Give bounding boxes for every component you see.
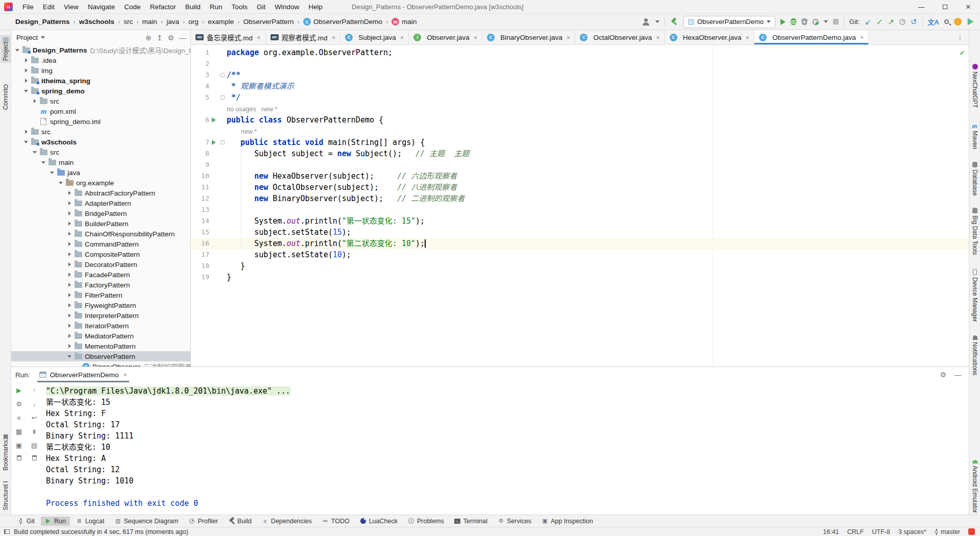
chevron-right-icon[interactable] — [66, 323, 72, 329]
tool-window-button-logcat[interactable]: ≣Logcat — [72, 517, 109, 526]
translate-icon[interactable]: 文A — [928, 17, 939, 27]
tree-row[interactable]: BuilderPattern — [11, 218, 190, 229]
tool-window-switcher-icon[interactable] — [4, 529, 10, 534]
settings-wrench-icon[interactable]: ⚙ — [16, 400, 22, 408]
tool-window-button-problems[interactable]: !Problems — [404, 517, 448, 526]
hide-panel-icon[interactable]: — — [179, 34, 186, 42]
tree-row[interactable]: java — [11, 167, 190, 178]
gear-icon[interactable]: ⚙ — [940, 371, 946, 379]
tool-window-button-services[interactable]: ⚙Services — [494, 517, 535, 526]
chevron-down-icon[interactable] — [66, 353, 72, 359]
breadcrumb-item[interactable]: main — [142, 18, 157, 26]
gear-icon[interactable]: ⚙ — [167, 34, 174, 42]
tree-row[interactable]: BridgePattern — [11, 208, 190, 218]
breadcrumb-item[interactable]: example — [208, 18, 234, 26]
gutter-line-number[interactable]: 17 — [191, 249, 209, 260]
inspections-ok-icon[interactable]: ✔ — [960, 49, 965, 57]
gutter-line-number[interactable]: 13 — [191, 204, 209, 215]
fold-gutter[interactable] — [218, 92, 227, 103]
status-widget-master[interactable]: master — [935, 528, 960, 535]
chevron-right-icon[interactable] — [66, 343, 72, 349]
fold-gutter[interactable] — [218, 69, 227, 81]
gutter-line-number[interactable]: 14 — [191, 215, 209, 227]
search-everywhere-icon[interactable] — [944, 19, 949, 24]
menu-code[interactable]: Code — [119, 2, 145, 12]
status-widget-1641[interactable]: 16:41 — [823, 528, 839, 535]
tool-window-button-terminal[interactable]: >_Terminal — [450, 517, 492, 526]
editor-tab[interactable]: CBinaryObserver.java× — [482, 30, 575, 44]
chevron-right-icon[interactable] — [66, 190, 72, 196]
code-line[interactable]: 11 new OctalObserver(subject); // 八进制观察者 — [191, 182, 969, 193]
clear-icon[interactable] — [17, 455, 21, 460]
gutter-line-number[interactable]: 1 — [191, 47, 209, 58]
stripe-button-maven[interactable]: mMaven — [970, 123, 980, 149]
fold-marker-icon[interactable] — [220, 95, 225, 100]
code-line[interactable]: 13 — [191, 204, 969, 215]
print-icon[interactable]: ▤ — [31, 442, 37, 449]
tree-row[interactable]: src — [11, 147, 190, 157]
stop-icon[interactable]: ■ — [17, 414, 21, 422]
menu-view[interactable]: View — [59, 2, 83, 12]
git-rollback-icon[interactable]: ↺ — [911, 18, 917, 26]
colorful-play-icon[interactable] — [967, 18, 974, 26]
tool-window-button-luacheck[interactable]: LuaCheck — [356, 517, 402, 526]
tree-row[interactable]: FlyweightPattern — [11, 300, 190, 310]
chevron-down-icon[interactable] — [40, 159, 46, 165]
rerun-icon[interactable]: ▶ — [16, 386, 21, 394]
maximize-button[interactable] — [933, 0, 957, 13]
code-line[interactable]: 1package org.example.ObserverPattern; — [191, 47, 969, 58]
chevron-right-icon[interactable] — [66, 312, 72, 319]
chevron-down-icon[interactable] — [23, 88, 29, 94]
stripe-button-android-emulator[interactable]: Android Emulator — [970, 460, 980, 513]
chevron-down-icon[interactable] — [824, 20, 828, 23]
run-button[interactable] — [780, 19, 786, 25]
hide-panel-icon[interactable]: — — [954, 371, 962, 379]
code-line[interactable]: 4 * 观察者模式演示 — [191, 81, 969, 92]
tree-row[interactable]: FacadePattern — [11, 270, 190, 280]
dump-threads-icon[interactable]: ▣ — [16, 442, 22, 449]
breadcrumb-item[interactable]: src — [124, 18, 133, 26]
tree-row[interactable]: CommandPattern — [11, 239, 190, 249]
menu-help[interactable]: Help — [304, 2, 327, 12]
tree-row[interactable]: MediatorPattern — [11, 331, 190, 341]
editor-tab[interactable]: MD观察者模式.md× — [266, 30, 341, 44]
tree-row[interactable]: IteratorPattern — [11, 321, 190, 331]
gutter-line-number[interactable]: 19 — [191, 272, 209, 283]
status-widget-crlf[interactable]: CRLF — [847, 528, 864, 535]
tree-row[interactable]: InterpreterPattern — [11, 310, 190, 321]
chevron-right-icon[interactable] — [66, 231, 72, 237]
down-stack-trace-icon[interactable]: ↓ — [33, 400, 36, 408]
fold-marker-icon[interactable] — [220, 140, 225, 144]
breadcrumb-item[interactable]: java — [166, 18, 179, 26]
stripe-button-commit[interactable]: Commit — [1, 82, 11, 112]
soft-wrap-icon[interactable]: ↩ — [32, 414, 37, 422]
tool-window-button-git[interactable]: Git — [13, 517, 39, 526]
code-line[interactable]: 12 new BinaryObserver(subject); // 二进制的观… — [191, 193, 969, 204]
tree-row[interactable]: ObserverPattern — [11, 351, 190, 361]
editor-tab[interactable]: CHexaObserver.java× — [665, 30, 754, 44]
scroll-to-end-icon[interactable]: ⇟ — [32, 428, 37, 435]
menu-navigate[interactable]: Navigate — [83, 2, 119, 12]
tree-row[interactable]: AdapterPattern — [11, 198, 190, 208]
build-hammer-icon[interactable] — [670, 18, 678, 26]
minimize-button[interactable]: — — [910, 0, 933, 13]
tree-row[interactable]: spring_demo — [11, 86, 190, 96]
gutter-line-number[interactable]: 8 — [191, 148, 209, 159]
code-line[interactable]: 18 } — [191, 260, 969, 272]
tree-row[interactable]: itheima_spring — [11, 76, 190, 86]
code-line[interactable]: 2 — [191, 58, 969, 69]
git-history-icon[interactable] — [899, 19, 905, 25]
editor-tab[interactable]: COctalObserver.java× — [575, 30, 665, 44]
run-gutter[interactable] — [209, 137, 218, 148]
restore-layout-icon[interactable]: ▦ — [16, 428, 22, 435]
tree-row[interactable]: org.example — [11, 178, 190, 188]
close-icon[interactable]: × — [656, 34, 660, 41]
tree-row[interactable]: CBinaryObserver二进制的观察者 — [11, 361, 190, 367]
code-line[interactable]: 10 new HexaObserver(subject); // 六边形观察者 — [191, 170, 969, 182]
gutter-line-number[interactable] — [191, 103, 209, 114]
code-line[interactable]: 15 subject.setState(15); — [191, 227, 969, 238]
git-update-icon[interactable]: ↙ — [865, 18, 871, 26]
tree-row[interactable]: ChainOfResponsibilityPattern — [11, 229, 190, 239]
profiler-button[interactable] — [813, 19, 819, 25]
breadcrumb-item[interactable]: CObserverPatternDemo — [303, 18, 382, 26]
